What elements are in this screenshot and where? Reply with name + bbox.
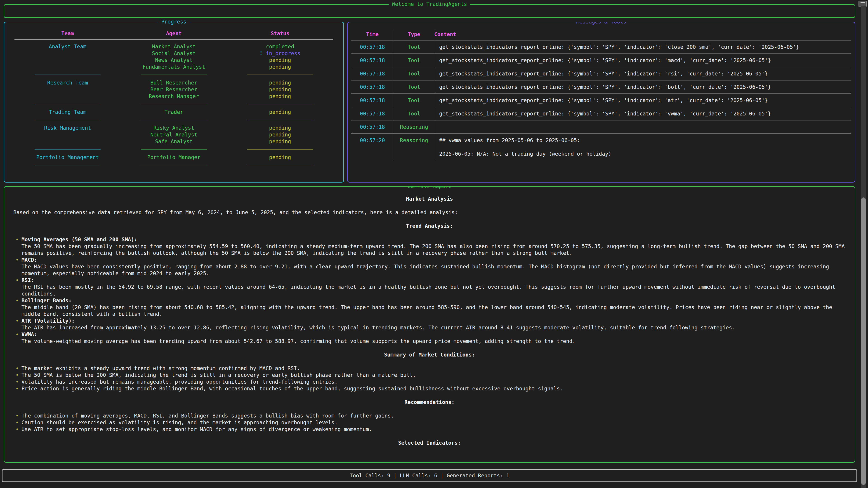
report-bullet: • Use ATR to set appropriate stop-loss l… [13, 426, 846, 433]
message-content [434, 121, 851, 133]
stats-text: Tool Calls: 9 | LLM Calls: 6 | Generated… [350, 473, 509, 479]
agent-label: Risky Analyst [121, 125, 227, 131]
message-type: Tool [394, 67, 434, 80]
status-badge: pending [227, 86, 333, 93]
status-badge: ⠇in_progress [227, 50, 333, 57]
message-content: get_stockstats_indicators_report_online:… [434, 40, 851, 54]
message-row: 00:57:18 Tool get_stockstats_indicators_… [351, 80, 851, 94]
message-type: Tool [394, 40, 434, 54]
header-divider [14, 39, 333, 39]
status-badge: completed [227, 43, 333, 50]
bullet-icon: • [16, 318, 19, 324]
message-row: 00:57:18 Tool get_stockstats_indicators_… [351, 107, 851, 121]
message-content: get_stockstats_indicators_report_online:… [434, 80, 851, 94]
status-badge: pending [227, 138, 333, 145]
status-badge: pending [227, 125, 333, 131]
table-row: Trading Team Trader pending [14, 109, 333, 116]
agent-label: Social Analyst [121, 50, 227, 57]
messages-panel-title: Messages & Tools [573, 22, 629, 25]
message-content-line: 2025-06-05: N/A: Not a trading day (week… [439, 151, 848, 157]
report-bullet: • Caution should be exercised as volatil… [13, 419, 846, 426]
agent-label: Bear Researcher [121, 86, 227, 93]
agent-label: Neutral Analyst [121, 131, 227, 138]
bullet-label: ATR (Volatility): [22, 318, 846, 324]
message-time: 00:57:18 [351, 67, 394, 80]
bullet-text: Volatility has increased but remains man… [22, 379, 338, 385]
table-row: Research Manager pending [14, 93, 333, 100]
bullet-text: The RSI has been mostly in the 54.92 to … [22, 284, 835, 297]
bullet-icon: • [16, 426, 19, 433]
status-badge: pending [227, 64, 333, 70]
progress-panel-title: Progress [158, 19, 190, 25]
messages-table-header: Time Type Content [351, 30, 851, 40]
bullet-icon: • [16, 236, 19, 243]
table-row: Fundamentals Analyst pending [14, 64, 333, 70]
status-badge: pending [227, 93, 333, 100]
table-row: Social Analyst ⠇in_progress [14, 50, 333, 57]
message-type: Tool [394, 54, 434, 67]
progress-col-agent: Agent [121, 30, 227, 39]
report-bullet: • The combination of moving averages, MA… [13, 412, 846, 419]
status-badge: pending [227, 154, 333, 161]
message-type: Tool [394, 80, 434, 94]
agent-label: Fundamentals Analyst [121, 64, 227, 70]
report-bullet: • ATR (Volatility): The ATR has increase… [13, 318, 846, 331]
bullet-label: Moving Averages (50 SMA and 200 SMA): [22, 236, 846, 243]
market-summary-list: • The market exhibits a steady upward tr… [13, 365, 846, 392]
table-row: Safe Analyst pending [14, 138, 333, 145]
top-panels-row: Progress Team Agent Status Analyst Team … [4, 22, 855, 183]
section-heading: Selected Indicators: [13, 440, 846, 446]
agent-label: Market Analyst [121, 43, 227, 50]
bullet-text: The MACD values have been consistently p… [22, 264, 829, 276]
group-separator [14, 70, 333, 79]
message-time: 00:57:18 [351, 80, 394, 94]
team-label: Trading Team [14, 109, 121, 116]
scrollbar-thumb[interactable] [861, 197, 866, 485]
message-time: 00:57:18 [351, 94, 394, 107]
progress-col-team: Team [14, 30, 121, 39]
report-panel-title: Current Report [404, 186, 455, 189]
message-row: 00:57:18 Reasoning [351, 121, 851, 134]
bullet-text: Price action is generally riding the mid… [22, 386, 563, 392]
message-type: Reasoning [394, 121, 434, 133]
terminal-menu-icon[interactable] [859, 1, 867, 7]
team-label: Risk Management [14, 125, 121, 131]
table-row: News Analyst pending [14, 57, 333, 64]
table-row: Bear Researcher pending [14, 86, 333, 93]
status-badge: pending [227, 109, 333, 116]
bullet-icon: • [16, 277, 19, 284]
bullet-icon: • [16, 372, 19, 379]
stats-bar: Tool Calls: 9 | LLM Calls: 6 | Generated… [2, 469, 857, 482]
bullet-icon: • [16, 412, 19, 419]
bullet-icon: • [16, 419, 19, 426]
table-row: Risk Management Risky Analyst pending [14, 125, 333, 131]
bullet-text: The market exhibits a steady upward tren… [22, 365, 300, 371]
group-separator [14, 100, 333, 109]
message-row: 00:57:18 Tool get_stockstats_indicators_… [351, 54, 851, 67]
bullet-text: The combination of moving averages, MACD… [22, 413, 394, 419]
message-type: Tool [394, 94, 434, 107]
main-content: Welcome to TradingAgents Progress Team A… [4, 4, 855, 482]
progress-table-header: Team Agent Status [14, 30, 333, 39]
bullet-text: Use ATR to set appropriate stop-loss lev… [22, 426, 372, 432]
report-bullet: • Bollinger Bands: The middle band (20 S… [13, 297, 846, 318]
message-time: 00:57:18 [351, 54, 394, 67]
progress-col-status: Status [227, 30, 333, 39]
agent-label: News Analyst [121, 57, 227, 64]
scrollbar-track[interactable] [861, 6, 866, 488]
message-content-line: ## vwma values from 2025-05-06 to 2025-0… [439, 137, 848, 144]
messages-col-content: Content [434, 30, 851, 40]
welcome-panel: Welcome to TradingAgents [4, 4, 855, 18]
agent-label: Portfolio Manager [121, 154, 227, 161]
bullet-icon: • [16, 331, 19, 338]
section-heading: Summary of Market Conditions: [13, 351, 846, 358]
group-separator [14, 116, 333, 125]
status-badge: pending [227, 131, 333, 138]
bullet-text: Caution should be exercised as volatilit… [22, 420, 338, 425]
message-row: 00:57:18 Tool get_stockstats_indicators_… [351, 94, 851, 107]
section-heading: Recommendations: [13, 399, 846, 405]
agent-label: Trader [121, 109, 227, 116]
agent-label: Safe Analyst [121, 138, 227, 145]
bullet-label: VWMA: [22, 331, 846, 338]
table-row: Research Team Bull Researcher pending [14, 79, 333, 86]
